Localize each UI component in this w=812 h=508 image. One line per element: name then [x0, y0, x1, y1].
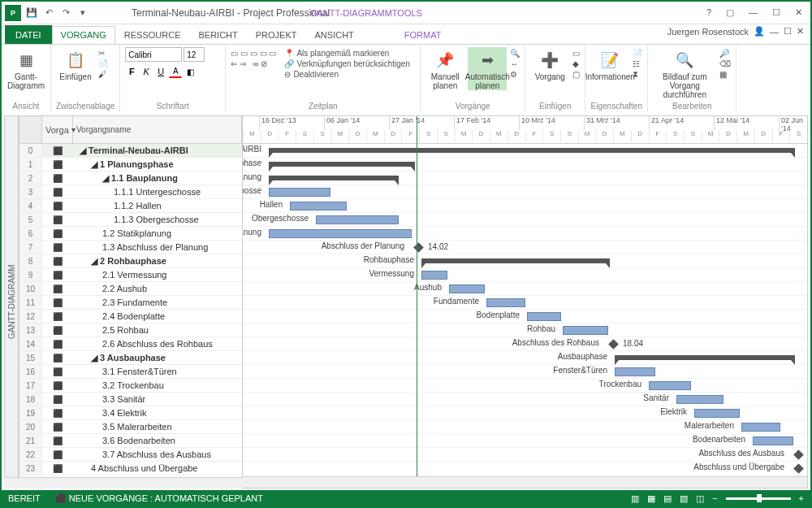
task-name-cell[interactable]: 3.5 Malerarbeiten [73, 422, 242, 432]
pct0-icon[interactable]: ▭ ▭ ▭ ▭ ▭ [231, 49, 276, 58]
task-mode-icon[interactable]: ⬛ [42, 146, 73, 155]
task-mode-icon[interactable]: ⬛ [42, 423, 73, 432]
zoom-in-icon[interactable]: + [799, 493, 804, 503]
task-mode-icon[interactable]: ⬛ [42, 174, 73, 183]
task-mode-icon[interactable]: ⬛ [42, 284, 73, 293]
ribbon-collapse-icon[interactable]: ▢ [723, 7, 737, 18]
gantt-bar[interactable] [676, 395, 723, 404]
table-row[interactable]: 10 ⬛ 2.2 Aushub [19, 282, 242, 296]
task-name-cell[interactable]: 4 Abschluss und Übergabe [73, 463, 242, 473]
gantt-row[interactable]: Abschluss des Ausbaus06.06 [243, 448, 807, 462]
task-name-cell[interactable]: 3.2 Trockenbau [73, 380, 242, 390]
table-row[interactable]: 14 ⬛ 2.6 Abschluss des Rohbaus [19, 337, 242, 351]
row-num[interactable]: 21 [19, 434, 42, 447]
summary-icon[interactable]: ▭ [572, 49, 580, 58]
task-name-cell[interactable]: 2.5 Rohbau [73, 325, 242, 335]
insert-task-button[interactable]: ➕ Vorgang [530, 47, 569, 81]
tab-projekt[interactable]: PROJEKT [247, 26, 306, 44]
task-mode-icon[interactable]: ⬛ [42, 340, 73, 349]
mark-ontrack-button[interactable]: 📍 Als plangemäß markieren [284, 49, 410, 58]
task-name-cell[interactable]: ◢ 1.1 Bauplanung [73, 173, 242, 184]
row-num[interactable]: 19 [19, 406, 42, 419]
task-mode-icon[interactable]: ⬛ [42, 409, 73, 418]
gantt-milestone[interactable] [793, 449, 804, 460]
save-icon[interactable]: 💾 [25, 7, 38, 20]
gantt-row[interactable]: Vermessung [243, 268, 807, 282]
gantt-row[interactable]: Terminal-Neubau-AIRBI [243, 144, 807, 158]
task-mode-icon[interactable]: ⬛ [42, 464, 73, 473]
gantt-bar[interactable] [694, 409, 740, 418]
zoom-out-icon[interactable]: − [712, 493, 717, 503]
tab-format[interactable]: FORMAT [395, 26, 451, 44]
table-row[interactable]: 13 ⬛ 2.5 Rohbau [19, 323, 242, 337]
move-icon[interactable]: ↔ [510, 59, 520, 68]
table-row[interactable]: 16 ⬛ 3.1 Fenster&Türen [19, 365, 242, 379]
gantt-row[interactable]: Bauplanung [243, 172, 807, 185]
task-name-cell[interactable]: 2.2 Aushub [73, 284, 242, 293]
row-num[interactable]: 10 [19, 282, 42, 295]
row-num[interactable]: 6 [19, 227, 42, 240]
task-mode-icon[interactable]: ⬛ [42, 436, 73, 445]
find-icon[interactable]: 🔎 [719, 49, 731, 58]
underline-button[interactable]: U [154, 65, 167, 78]
table-row[interactable]: 2 ⬛ ◢ 1.1 Bauplanung [19, 172, 242, 185]
paste-button[interactable]: 📋 Einfügen [56, 47, 95, 81]
task-name-cell[interactable]: 2.3 Fundamente [73, 297, 242, 307]
row-num[interactable]: 18 [19, 393, 42, 406]
gantt-bar[interactable] [527, 312, 561, 321]
task-name-cell[interactable]: 2.6 Abschluss des Rohbaus [73, 339, 242, 349]
task-mode-icon[interactable]: ⬛ [42, 298, 73, 307]
gantt-summary-bar[interactable] [269, 148, 795, 153]
row-num[interactable]: 0 [19, 144, 42, 157]
gantt-chart-button[interactable]: ▦ Gantt- Diagramm [6, 47, 45, 90]
task-name-cell[interactable]: 3.6 Bodenarbeiten [73, 436, 242, 445]
gantt-row[interactable]: Obergeschosse [243, 213, 807, 227]
gantt-row[interactable]: Ausbauphase [243, 351, 807, 365]
gantt-row[interactable]: Untergeschosse [243, 185, 807, 199]
gantt-row[interactable]: Elektrik [243, 406, 807, 420]
table-row[interactable]: 18 ⬛ 3.3 Sanitär [19, 393, 242, 406]
format-painter-icon[interactable]: 🖌 [98, 70, 108, 79]
gantt-row[interactable]: Bodenarbeiten [243, 434, 807, 448]
gantt-row[interactable]: Statikplanung [243, 227, 807, 241]
task-name-cell[interactable]: ◢ Terminal-Neubau-AIRBI [73, 145, 242, 156]
indent-icons[interactable]: ⇐ ⇒ ∞ ⊘ [231, 59, 276, 68]
gantt-row[interactable]: Sanitär [243, 393, 807, 406]
right-scrollbar[interactable] [243, 476, 807, 488]
task-name-cell[interactable]: ◢ 2 Rohbauphase [73, 256, 242, 267]
table-row[interactable]: 20 ⬛ 3.5 Malerarbeiten [19, 420, 242, 434]
gantt-row[interactable]: Abschluss und Übergabe06.06 [243, 462, 807, 475]
gantt-row[interactable]: Abschluss des Rohbaus18.04 [243, 337, 807, 351]
gantt-summary-bar[interactable] [615, 355, 795, 360]
italic-button[interactable]: K [140, 65, 153, 78]
row-num[interactable]: 7 [19, 241, 42, 254]
deactivate-button[interactable]: ⊖ Deaktivieren [284, 70, 410, 79]
table-row[interactable]: 4 ⬛ 1.1.2 Hallen [19, 199, 242, 213]
task-mode-icon[interactable]: ⬛ [42, 188, 73, 197]
row-num[interactable]: 1 [19, 158, 42, 171]
row-num[interactable]: 9 [19, 268, 42, 281]
timeline-header[interactable]: MDFSSMDMDFSSMDMDFSSMDMDFSSMDMDFS 16 Dez … [243, 116, 807, 144]
close-icon[interactable]: ✕ [792, 7, 806, 18]
table-row[interactable]: 11 ⬛ 2.3 Fundamente [19, 296, 242, 310]
task-name-cell[interactable]: 3.7 Abschluss des Ausbaus [73, 449, 242, 459]
table-row[interactable]: 9 ⬛ 2.1 Vermessung [19, 268, 242, 282]
undo-icon[interactable]: ↶ [42, 7, 55, 20]
gantt-row[interactable]: Planungsphase [243, 158, 807, 172]
close2-icon[interactable]: ✕ [797, 26, 804, 37]
row-num[interactable]: 20 [19, 420, 42, 433]
tab-file[interactable]: DATEI [5, 25, 52, 44]
task-mode-icon[interactable]: ⬛ [42, 229, 73, 238]
task-name-cell[interactable]: 1.2 Statikplanung [73, 228, 242, 238]
table-row[interactable]: 22 ⬛ 3.7 Abschluss des Ausbaus [19, 448, 242, 462]
milestone-insert-icon[interactable]: ◆ [572, 59, 580, 68]
row-num[interactable]: 23 [19, 462, 42, 475]
task-name-cell[interactable]: ◢ 3 Ausbauphase [73, 353, 242, 363]
details-icon[interactable]: ☷ [633, 59, 642, 68]
col-rownum[interactable] [19, 116, 42, 143]
gantt-row[interactable]: Aushub [243, 282, 807, 296]
gantt-bar[interactable] [421, 271, 447, 280]
gantt-bar[interactable] [269, 188, 330, 197]
view-shortcut2-icon[interactable]: ▦ [647, 493, 655, 504]
row-num[interactable]: 8 [19, 254, 42, 267]
